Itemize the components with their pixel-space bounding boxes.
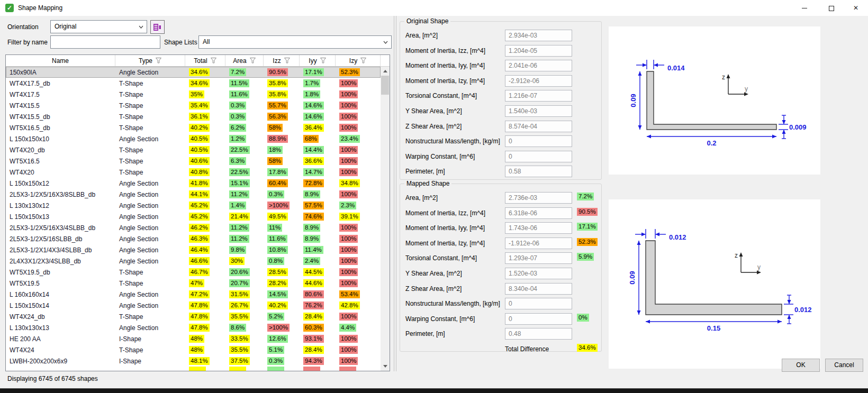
app-checkbox-icon: ✓ — [5, 4, 14, 12]
field-value-input[interactable]: 0 — [505, 313, 572, 325]
area-difference-badge: 11.2% — [229, 224, 249, 232]
table-row[interactable]: WT4X15.5T-Shape35.4%0.3%55.7%14.6%100% — [6, 100, 381, 111]
table-row[interactable]: WT5X19.5T-Shape47%20.7%28.2%44.6%100% — [6, 278, 381, 289]
column-header-iyy[interactable]: Iyy — [300, 55, 336, 66]
area-difference-badge: 9.8% — [229, 246, 246, 254]
table-row[interactable]: WT4X15.5_dbT-Shape36.1%0.3%56.3%14.6%100… — [6, 111, 381, 122]
maximize-button[interactable] — [819, 0, 844, 16]
iyy-difference-badge: 28.4% — [303, 313, 324, 321]
table-row[interactable]: L 150x150x14Angle Section47.8%26.7%40.2%… — [6, 300, 381, 311]
field-value-input[interactable]: 1.204e-05 — [505, 45, 572, 57]
cell-name: WT5X19.5_db — [6, 269, 115, 276]
column-header-name[interactable]: Name — [6, 55, 115, 66]
table-row[interactable]: WT5X16.5T-Shape40.6%6.3%58%36.6%100% — [6, 156, 381, 167]
table-row[interactable]: WT5X16.5_dbT-Shape40.2%6.2%58%36.4%100% — [6, 122, 381, 133]
dimension-label: 0.09 — [629, 94, 637, 107]
table-row[interactable]: WT4X17.5_dbT-Shape34.6%11.5%35.8%1.7%100… — [6, 78, 381, 89]
table-row[interactable]: HE 200 AAI-Shape48%33.5%12.6%93.1%100% — [6, 333, 381, 344]
field-value-input[interactable]: 0.58 — [505, 166, 572, 177]
total-difference-badge: 44.1% — [189, 190, 210, 198]
scrollbar-thumb[interactable] — [381, 76, 389, 95]
column-header-izy[interactable]: Izy — [336, 55, 381, 66]
table-row[interactable]: 2L5X3-1/2X5/16SLBB_dbAngle Section46.3%1… — [6, 233, 381, 244]
field-value-input[interactable]: -1.912e-06 — [505, 237, 572, 249]
column-header-izz[interactable]: Izz — [264, 55, 300, 66]
table-row[interactable]: L 150x150x12Angle Section41.8%15.1%60.4%… — [6, 178, 381, 189]
field-value-input[interactable]: 0.48 — [505, 328, 572, 340]
field-value-input[interactable]: 2.041e-06 — [505, 60, 572, 71]
table-row[interactable]: 150x90IAAngle Section34.6%7.2%90.5%17.1%… — [6, 67, 381, 78]
table-row[interactable]: WT4X20_dbT-Shape40.5%22.5%18%14.4%100% — [6, 144, 381, 156]
area-difference-badge: 1.2% — [229, 135, 246, 143]
cell-type: T-Shape — [115, 158, 185, 165]
table-row[interactable]: L 130x130x13Angle Section47.8%8.6%>100%6… — [6, 322, 381, 333]
field-value-input[interactable]: 1.520e-03 — [505, 268, 572, 279]
field-value-input[interactable]: -2.912e-06 — [505, 75, 572, 87]
close-button[interactable]: ✕ — [844, 0, 868, 16]
shape-list-view-button[interactable] — [150, 20, 165, 34]
table-row[interactable]: WT5X19.5_dbT-Shape46.7%20.6%28.5%44.5%10… — [6, 267, 381, 278]
field-value-input[interactable]: 1.216e-07 — [505, 90, 572, 102]
cell-name: 2L4X3X1/2X3/4SLBB_db — [6, 258, 115, 265]
izy-difference-badge: 100% — [339, 146, 358, 154]
cell-izz: 5.1% — [264, 346, 300, 354]
field-value-input[interactable]: 8.340e-04 — [505, 283, 572, 295]
field-value-input[interactable]: 2.736e-03 — [505, 192, 572, 204]
field-value-input[interactable]: 1.743e-06 — [505, 222, 572, 234]
field-value-input[interactable]: 0 — [505, 135, 572, 147]
cell-name: L 150x150x14 — [6, 302, 115, 309]
iyy-difference-badge: 74.6% — [303, 213, 324, 221]
cell-name: 2L5X3-1/2X5/16SLBB_db — [6, 235, 115, 243]
column-header-area[interactable]: Area — [225, 55, 264, 66]
table-row[interactable]: WT4X17.5T-Shape35%11.6%35.8%1.8%100% — [6, 89, 381, 100]
cell-total: 34.6% — [185, 79, 225, 87]
filter-by-name-input[interactable] — [50, 35, 160, 49]
ok-button[interactable]: OK — [782, 359, 820, 372]
table-row[interactable]: L 150x150x10Angle Section40.5%1.2%88.9%6… — [6, 133, 381, 144]
total-difference-badge: 48% — [189, 335, 204, 343]
cell-name: WT4X24_db — [6, 313, 115, 321]
iyy-difference-badge: 8.9% — [303, 190, 320, 198]
minimize-button[interactable] — [792, 0, 817, 16]
field-value-input[interactable]: 0 — [505, 298, 572, 309]
table-row[interactable]: 2L4X3X1/2X3/4SLBB_dbAngle Section46.6%30… — [6, 255, 381, 267]
scroll-down-button[interactable] — [381, 362, 390, 371]
table-row[interactable]: 2L5X3-1/2X5/16X3/4SLBB_dbAngle Section46… — [6, 222, 381, 233]
column-header-total[interactable]: Total — [185, 55, 225, 66]
table-row[interactable]: L 160x160x14Angle Section47.2%31.5%14.5%… — [6, 289, 381, 300]
cell-izy: 100% — [336, 113, 381, 121]
cell-type: T-Shape — [115, 280, 185, 287]
cell-type: T-Shape — [115, 313, 185, 321]
field-value-input[interactable]: 8.574e-04 — [505, 121, 572, 132]
orientation-dropdown[interactable]: Original — [50, 20, 147, 33]
cell-type: I-Shape — [115, 358, 185, 365]
cell-izz: 10.8% — [264, 246, 300, 254]
field-value-input[interactable]: 2.934e-03 — [505, 30, 572, 41]
izy-difference-badge: 39.1% — [339, 213, 360, 221]
field-value-input[interactable]: 0 — [505, 151, 572, 162]
table-row[interactable]: 2L5X3-1/2X1/4X3/4SLBB_dbAngle Section46.… — [6, 244, 381, 255]
table-row[interactable]: L 130x130x12Angle Section45.2%1.4%>100%5… — [6, 200, 381, 211]
field-value-input[interactable]: 1.540e-03 — [505, 105, 572, 117]
column-header-type[interactable]: Type — [115, 55, 185, 66]
table-row[interactable]: L 150x150x13Angle Section45.2%21.4%49.5%… — [6, 211, 381, 222]
table-row-partial[interactable] — [6, 367, 381, 371]
panel-splitter[interactable] — [394, 16, 396, 371]
table-vertical-scrollbar[interactable] — [381, 67, 390, 371]
izz-difference-badge: >100% — [267, 202, 290, 209]
izz-difference-badge: 28.2% — [267, 279, 288, 287]
table-row[interactable]: LWBH-200x200x6x9I-Shape48.1%37.5%0.3%94.… — [6, 355, 381, 367]
scroll-up-button[interactable] — [381, 67, 390, 76]
cell-izy: 4.4% — [336, 324, 381, 332]
cancel-button[interactable]: Cancel — [825, 359, 863, 372]
table-row[interactable]: WT4X24_dbT-Shape47.8%35.5%5.2%28.4%100% — [6, 311, 381, 322]
cell-izz: >100% — [264, 324, 300, 332]
field-value-input[interactable]: 1.293e-07 — [505, 252, 572, 264]
shape-lists-dropdown[interactable]: All — [198, 35, 392, 49]
iyy-difference-badge: 14.7% — [303, 168, 324, 176]
field-value-input[interactable]: 6.318e-06 — [505, 207, 572, 219]
table-row[interactable]: 2L5X3-1/2X5/16X3/8SLBB_dbAngle Section44… — [6, 189, 381, 200]
table-row[interactable]: WT4X24T-Shape48%35.5%5.1%28.4%100% — [6, 344, 381, 355]
table-row[interactable]: WT4X20T-Shape40.8%22.5%17.8%14.7%100% — [6, 167, 381, 178]
izz-difference-badge: 28.5% — [267, 268, 288, 276]
